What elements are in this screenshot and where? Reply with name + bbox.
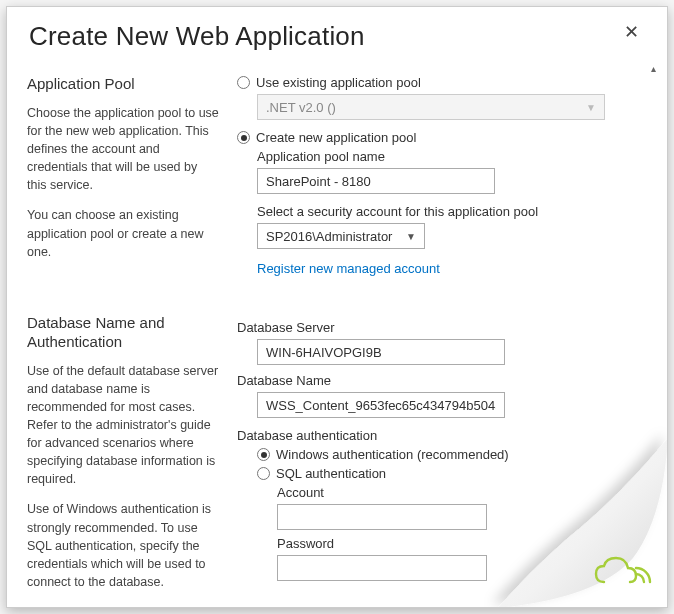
section-right: Use existing application pool .NET v2.0 …: [237, 75, 633, 276]
existing-pool-select: .NET v2.0 () ▼: [257, 94, 605, 120]
section-left: Application Pool Choose the application …: [27, 75, 237, 276]
section-desc: Use of the default database server and d…: [27, 362, 219, 489]
section-title: Application Pool: [27, 75, 219, 94]
radio-windows-auth[interactable]: Windows authentication (recommended): [257, 447, 633, 462]
radio-icon: [237, 76, 250, 89]
select-value: SP2016\Administrator: [266, 229, 392, 244]
db-server-label: Database Server: [237, 320, 633, 335]
section-desc: Use of Windows authentication is strongl…: [27, 500, 219, 591]
radio-label: Create new application pool: [256, 130, 416, 145]
section-title: Database Name and Authentication: [27, 314, 219, 352]
dialog-title: Create New Web Application: [29, 21, 365, 52]
section-desc: Choose the application pool to use for t…: [27, 104, 219, 195]
create-web-app-dialog: Create New Web Application ✕ ▴ Applicati…: [6, 6, 668, 608]
sql-account-input[interactable]: [277, 504, 487, 530]
close-icon[interactable]: ✕: [618, 21, 645, 43]
register-account-link[interactable]: Register new managed account: [257, 261, 440, 276]
security-account-label: Select a security account for this appli…: [257, 204, 633, 219]
radio-label: Windows authentication (recommended): [276, 447, 509, 462]
radio-sql-auth[interactable]: SQL authentication: [257, 466, 633, 481]
section-database: Database Name and Authentication Use of …: [21, 286, 639, 599]
pool-name-label: Application pool name: [257, 149, 633, 164]
radio-label: SQL authentication: [276, 466, 386, 481]
radio-icon: [237, 131, 250, 144]
db-name-label: Database Name: [237, 373, 633, 388]
radio-create-new-pool[interactable]: Create new application pool: [237, 130, 633, 145]
sql-password-input[interactable]: [277, 555, 487, 581]
radio-use-existing-pool[interactable]: Use existing application pool: [237, 75, 633, 90]
select-value: .NET v2.0 (): [266, 100, 336, 115]
radio-label: Use existing application pool: [256, 75, 421, 90]
section-desc: You can choose an existing application p…: [27, 206, 219, 260]
radio-icon: [257, 448, 270, 461]
sql-password-label: Password: [277, 536, 633, 551]
pool-name-input[interactable]: [257, 168, 495, 194]
db-name-input[interactable]: [257, 392, 505, 418]
dialog-body: Application Pool Choose the application …: [21, 59, 649, 599]
chevron-down-icon: ▼: [406, 231, 416, 242]
section-left: Database Name and Authentication Use of …: [27, 314, 237, 599]
section-right: Database Server Database Name Database a…: [237, 314, 633, 599]
dialog-header: Create New Web Application ✕: [7, 7, 667, 60]
chevron-down-icon: ▼: [586, 102, 596, 113]
db-auth-label: Database authentication: [237, 428, 633, 443]
db-server-input[interactable]: [257, 339, 505, 365]
security-account-select[interactable]: SP2016\Administrator ▼: [257, 223, 425, 249]
sql-account-label: Account: [277, 485, 633, 500]
section-application-pool: Application Pool Choose the application …: [21, 59, 639, 286]
radio-icon: [257, 467, 270, 480]
